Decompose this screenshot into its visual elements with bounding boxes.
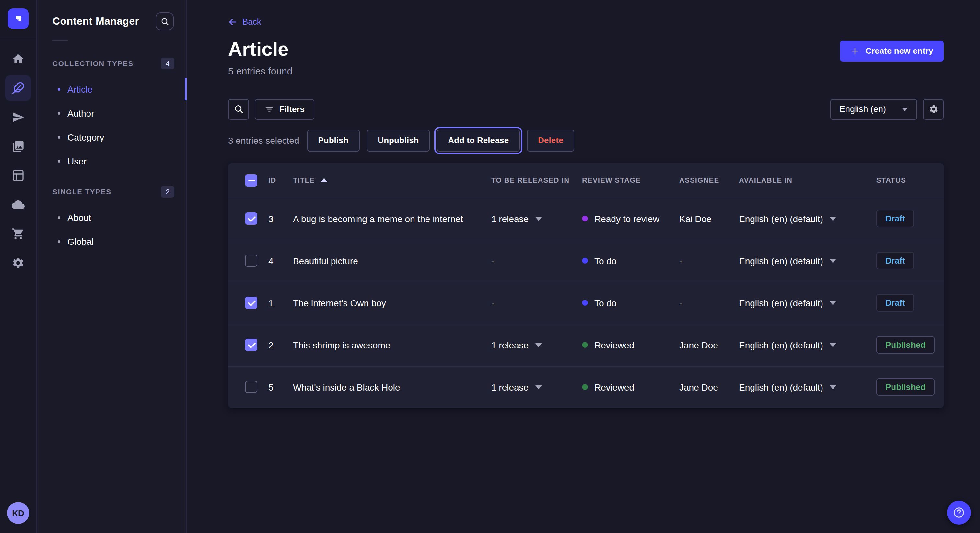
- chevron-down-icon[interactable]: [830, 217, 836, 220]
- page-title: Article: [228, 37, 293, 60]
- locale-select[interactable]: English (en): [830, 99, 917, 119]
- row-assignee: Jane Doe: [679, 382, 739, 392]
- bullet-icon: [58, 136, 60, 138]
- review-stage-dot-icon: [582, 342, 588, 348]
- content-type-builder-icon[interactable]: [5, 163, 31, 189]
- sidebar-item-label: About: [67, 212, 91, 222]
- row-checkbox[interactable]: [245, 381, 257, 393]
- chevron-down-icon[interactable]: [535, 217, 541, 220]
- publish-button[interactable]: Publish: [307, 129, 360, 151]
- media-library-icon[interactable]: [5, 133, 31, 159]
- column-header-assignee[interactable]: ASSIGNEE: [679, 176, 739, 184]
- row-review-stage: Reviewed: [582, 339, 679, 350]
- row-review-stage: To do: [582, 298, 679, 308]
- column-header-id[interactable]: ID: [268, 176, 293, 184]
- count-badge: 4: [161, 58, 174, 69]
- row-title: A bug is becoming a meme on the internet: [293, 213, 491, 224]
- bullet-icon: [58, 160, 60, 162]
- table-row: 5What's inside a Black Hole1 releaseRevi…: [228, 366, 944, 408]
- sidebar-item-user[interactable]: User: [37, 149, 186, 173]
- filter-icon: [264, 104, 274, 114]
- locale-value: English (en): [839, 104, 886, 114]
- user-avatar[interactable]: KD: [7, 502, 29, 524]
- status-badge: Draft: [876, 252, 914, 270]
- row-id: 5: [268, 382, 293, 392]
- row-checkbox[interactable]: [245, 339, 257, 351]
- search-icon[interactable]: [228, 99, 249, 119]
- chevron-down-icon[interactable]: [830, 385, 836, 389]
- delete-button[interactable]: Delete: [527, 129, 574, 151]
- select-all-checkbox[interactable]: [245, 174, 257, 186]
- checkbox-cell: [245, 381, 268, 393]
- checkbox-cell: [245, 339, 268, 351]
- sidebar-item-label: Author: [67, 108, 94, 118]
- column-header-released[interactable]: TO BE RELEASED IN: [491, 176, 582, 184]
- send-icon[interactable]: [5, 104, 31, 130]
- chevron-down-icon[interactable]: [830, 343, 836, 347]
- sidebar-item-about[interactable]: About: [37, 205, 186, 229]
- table-row: 2This shrimp is awesome1 releaseReviewed…: [228, 324, 944, 366]
- bullet-icon: [58, 240, 60, 243]
- subnav-divider: [52, 40, 68, 41]
- row-status: Draft: [876, 294, 944, 311]
- status-badge: Draft: [876, 294, 914, 311]
- sidebar-item-global[interactable]: Global: [37, 229, 186, 253]
- row-id: 3: [268, 213, 293, 224]
- create-new-entry-button[interactable]: Create new entry: [840, 40, 944, 61]
- sidebar-item-label: Article: [67, 84, 93, 94]
- single-types-section: SINGLE TYPES 2 About Global: [37, 185, 186, 253]
- marketplace-icon[interactable]: [5, 221, 31, 247]
- help-button[interactable]: [947, 501, 971, 525]
- sidebar-item-label: Category: [67, 132, 104, 142]
- chevron-down-icon[interactable]: [535, 385, 541, 389]
- filters-label: Filters: [279, 104, 305, 114]
- row-to-be-released-in: -: [491, 255, 582, 266]
- column-header-review-stage[interactable]: REVIEW STAGE: [582, 176, 679, 184]
- row-title: What's inside a Black Hole: [293, 382, 491, 392]
- sort-ascending-icon: [320, 178, 327, 182]
- search-icon[interactable]: [156, 12, 174, 30]
- review-stage-label: To do: [594, 255, 617, 266]
- released-value: -: [491, 298, 494, 308]
- review-stage-label: To do: [594, 298, 617, 308]
- sidebar-item-author[interactable]: Author: [37, 101, 186, 125]
- column-header-title[interactable]: TITLE: [293, 176, 491, 184]
- settings-icon[interactable]: [5, 250, 31, 276]
- chevron-down-icon: [902, 107, 908, 111]
- row-checkbox[interactable]: [245, 254, 257, 267]
- row-to-be-released-in: 1 release: [491, 382, 582, 392]
- row-status: Draft: [876, 210, 944, 227]
- row-review-stage: Reviewed: [582, 382, 679, 392]
- sidebar-item-category[interactable]: Category: [37, 125, 186, 149]
- row-checkbox[interactable]: [245, 213, 257, 225]
- add-to-release-button[interactable]: Add to Release: [437, 129, 520, 151]
- content-manager-icon[interactable]: [5, 75, 31, 101]
- available-in-value: English (en) (default): [739, 213, 823, 224]
- row-to-be-released-in: 1 release: [491, 339, 582, 350]
- row-status: Draft: [876, 252, 944, 270]
- column-header-available-in[interactable]: AVAILABLE IN: [739, 176, 876, 184]
- status-badge: Published: [876, 378, 935, 396]
- row-checkbox[interactable]: [245, 297, 257, 309]
- row-status: Published: [876, 378, 944, 396]
- row-assignee: -: [679, 298, 739, 308]
- filters-button[interactable]: Filters: [255, 99, 314, 119]
- sidebar-item-article[interactable]: Article: [37, 77, 186, 101]
- back-link[interactable]: Back: [228, 17, 261, 27]
- chevron-down-icon[interactable]: [830, 301, 836, 305]
- column-header-status[interactable]: STATUS: [876, 176, 944, 184]
- create-button-label: Create new entry: [865, 46, 933, 56]
- chevron-down-icon[interactable]: [535, 343, 541, 347]
- home-icon[interactable]: [5, 46, 31, 72]
- row-available-in: English (en) (default): [739, 382, 876, 392]
- unpublish-button[interactable]: Unpublish: [366, 129, 430, 151]
- released-value: -: [491, 255, 494, 266]
- chevron-down-icon[interactable]: [830, 259, 836, 263]
- cloud-icon[interactable]: [5, 192, 31, 217]
- selection-count-text: 3 entries selected: [228, 135, 299, 145]
- back-label: Back: [242, 17, 261, 27]
- table-header-row: ID TITLE TO BE RELEASED IN REVIEW STAGE …: [228, 163, 944, 197]
- table-row: 3A bug is becoming a meme on the interne…: [228, 197, 944, 239]
- strapi-logo[interactable]: [8, 8, 29, 29]
- gear-icon[interactable]: [923, 99, 944, 119]
